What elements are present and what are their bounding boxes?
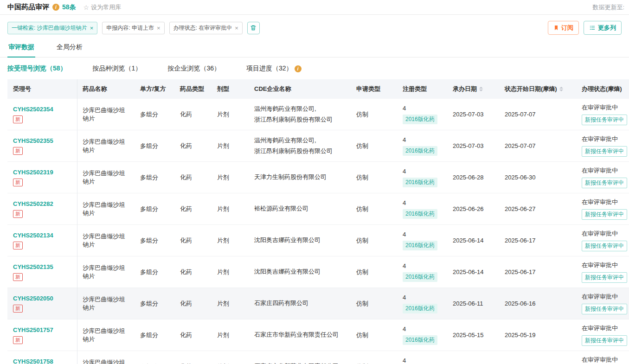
application-type-cell: 仿制 <box>351 288 397 319</box>
acceptance-no-link[interactable]: CYHS2502282 <box>13 200 71 207</box>
process-status-cell: 在审评审批中新报任务审评中 <box>576 225 629 256</box>
col-accept-date[interactable]: 承办日期 <box>447 79 499 99</box>
info-icon[interactable]: i <box>52 4 59 11</box>
registration-type-cell: 42016版化药 <box>397 319 447 351</box>
dosage-form-cell: 片剂 <box>212 288 249 319</box>
filter-tags: 一键检索: 沙库巴曲缬沙坦钠片×申报内容: 申请上市×办理状态: 在审评审批中× <box>7 22 243 34</box>
process-status-text: 在审评审批中 <box>582 356 629 364</box>
dosage-form-cell: 片剂 <box>212 99 249 130</box>
col-label: 受理号 <box>13 85 31 92</box>
sort-icon[interactable] <box>479 85 483 93</box>
tab[interactable]: 全局分析 <box>56 40 83 57</box>
table-row[interactable]: CYHS2501757新沙库巴曲缬沙坦钠片多组分化药片剂石家庄市华新药业有限责任… <box>7 319 629 351</box>
acceptance-cell: CYHS2502134新 <box>7 225 77 256</box>
close-icon[interactable]: × <box>157 25 160 31</box>
company-cell: 天津力生制药股份有限公司 <box>249 162 351 193</box>
drug-type-cell: 化药 <box>174 193 212 225</box>
process-status-badge: 新报任务审评中 <box>582 304 627 314</box>
drug-type-cell: 化药 <box>174 162 212 193</box>
drug-type-cell: 化药 <box>174 99 212 130</box>
page-title: 中国药品审评 <box>7 3 49 12</box>
col-acceptance-no: 受理号 <box>7 79 77 99</box>
more-columns-button[interactable]: 更多列 <box>584 21 622 35</box>
new-badge: 新 <box>13 242 23 249</box>
subtab[interactable]: 按受理号浏览（58） <box>7 64 67 73</box>
results-table: 受理号 药品名称 单方/复方 药品类型 剂型 CDE企业名称 申请类型 注册类型… <box>7 79 629 364</box>
col-drug-type: 药品类型 <box>174 79 212 99</box>
acceptance-no-link[interactable]: CYHS2502135 <box>13 263 71 270</box>
col-label: 状态开始日期(摩熵) <box>505 85 557 93</box>
status-date-cell: 2025-05-19 <box>499 319 576 351</box>
status-date-cell: 2025-07-07 <box>499 130 576 162</box>
application-type-cell: 仿制 <box>351 99 397 130</box>
col-label: 药品名称 <box>83 85 107 92</box>
accept-date-cell: 2025-05-15 <box>447 319 499 351</box>
dosage-form-cell: 片剂 <box>212 225 249 256</box>
subtabs: 按受理号浏览（58）按品种浏览（1）按企业浏览（36）项目进度（32）i <box>0 57 629 79</box>
close-icon[interactable]: × <box>235 25 238 31</box>
status-date-cell: 2025-06-16 <box>499 288 576 319</box>
bookmark-icon <box>553 25 559 31</box>
status-date-cell: 2025-06-30 <box>499 162 576 193</box>
table-row[interactable]: CYHS2501758新沙库巴曲缬沙坦钠片多组分化药片剂石家庄市华新药业有限责任… <box>7 351 629 364</box>
col-application-type: 申请类型 <box>351 79 397 99</box>
status-date-cell: 2025-07-07 <box>499 99 576 130</box>
subscribe-button[interactable]: 订阅 <box>548 21 579 35</box>
col-process-status: 办理状态(摩熵) <box>576 79 629 99</box>
registration-type-cell: 42016版化药 <box>397 351 447 364</box>
process-status-badge: 新报任务审评中 <box>582 146 627 157</box>
info-icon[interactable]: i <box>295 65 302 72</box>
results-table-wrap: 受理号 药品名称 单方/复方 药品类型 剂型 CDE企业名称 申请类型 注册类型… <box>7 79 629 364</box>
sort-icon[interactable] <box>559 85 563 93</box>
accept-date-cell: 2025-06-14 <box>447 256 499 288</box>
drug-type-cell: 化药 <box>174 130 212 162</box>
table-body: CYHS2502354新沙库巴曲缬沙坦钠片多组分化药片剂温州海鹤药业有限公司, … <box>7 99 629 364</box>
acceptance-no-link[interactable]: CYHS2502354 <box>13 106 71 113</box>
col-status-start-date[interactable]: 状态开始日期(摩熵) <box>499 79 576 99</box>
clear-filters-button[interactable] <box>247 22 260 34</box>
filter-tag: 办理状态: 在审评审批中× <box>169 22 243 34</box>
process-status-cell: 在审评审批中新报任务审评中 <box>576 288 629 319</box>
status-date-cell: 2025-05-19 <box>499 351 576 364</box>
acceptance-no-link[interactable]: CYHS2502050 <box>13 295 71 302</box>
drug-type-cell: 化药 <box>174 256 212 288</box>
subtab[interactable]: 项目进度（32）i <box>246 64 302 73</box>
filter-tag: 申报内容: 申请上市× <box>102 22 164 34</box>
acceptance-no-link[interactable]: CYHS2501758 <box>13 358 71 364</box>
drug-name-cell: 沙库巴曲缬沙坦钠片 <box>77 225 135 256</box>
acceptance-no-link[interactable]: CYHS2502319 <box>13 169 71 176</box>
acceptance-cell: CYHS2502050新 <box>7 288 77 319</box>
composition-cell: 多组分 <box>135 162 174 193</box>
process-status-cell: 在审评审批中新报任务审评中 <box>576 193 629 225</box>
table-row[interactable]: CYHS2502355新沙库巴曲缬沙坦钠片多组分化药片剂温州海鹤药业有限公司, … <box>7 130 629 162</box>
col-composition: 单方/复方 <box>135 79 174 99</box>
acceptance-cell: CYHS2502319新 <box>7 162 77 193</box>
set-favorite-button[interactable]: ☆ 设为常用库 <box>83 3 122 12</box>
company-cell: 石家庄市华新药业有限责任公司 <box>249 319 351 351</box>
composition-cell: 多组分 <box>135 130 174 162</box>
subtab[interactable]: 按品种浏览（1） <box>93 64 142 73</box>
table-row[interactable]: CYHS2502282新沙库巴曲缬沙坦钠片多组分化药片剂裕松源药业有限公司仿制4… <box>7 193 629 225</box>
acceptance-no-link[interactable]: CYHS2502355 <box>13 137 71 144</box>
table-row[interactable]: CYHS2502134新沙库巴曲缬沙坦钠片多组分化药片剂沈阳奥吉娜药业有限公司仿… <box>7 225 629 256</box>
table-row[interactable]: CYHS2502135新沙库巴曲缬沙坦钠片多组分化药片剂沈阳奥吉娜药业有限公司仿… <box>7 256 629 288</box>
tab[interactable]: 审评数据 <box>7 40 35 57</box>
table-row[interactable]: CYHS2502050新沙库巴曲缬沙坦钠片多组分化药片剂石家庄四药有限公司仿制4… <box>7 288 629 319</box>
dosage-form-cell: 片剂 <box>212 193 249 225</box>
table-row[interactable]: CYHS2502319新沙库巴曲缬沙坦钠片多组分化药片剂天津力生制药股份有限公司… <box>7 162 629 193</box>
accept-date-cell: 2025-05-15 <box>447 351 499 364</box>
col-label: 承办日期 <box>453 85 477 93</box>
col-label: 药品类型 <box>180 85 204 92</box>
process-status-text: 在审评审批中 <box>582 324 629 332</box>
close-icon[interactable]: × <box>90 25 94 31</box>
registration-type-value: 4 <box>403 262 442 269</box>
table-row[interactable]: CYHS2502354新沙库巴曲缬沙坦钠片多组分化药片剂温州海鹤药业有限公司, … <box>7 99 629 130</box>
filter-tag-label: 一键检索: 沙库巴曲缬沙坦钠片 <box>12 24 87 32</box>
application-type-cell: 仿制 <box>351 193 397 225</box>
application-type-cell: 仿制 <box>351 319 397 351</box>
acceptance-no-link[interactable]: CYHS2501757 <box>13 326 71 333</box>
acceptance-cell: CYHS2502135新 <box>7 256 77 288</box>
subtab[interactable]: 按企业浏览（36） <box>167 64 220 73</box>
more-columns-label: 更多列 <box>598 24 616 32</box>
acceptance-no-link[interactable]: CYHS2502134 <box>13 232 71 239</box>
